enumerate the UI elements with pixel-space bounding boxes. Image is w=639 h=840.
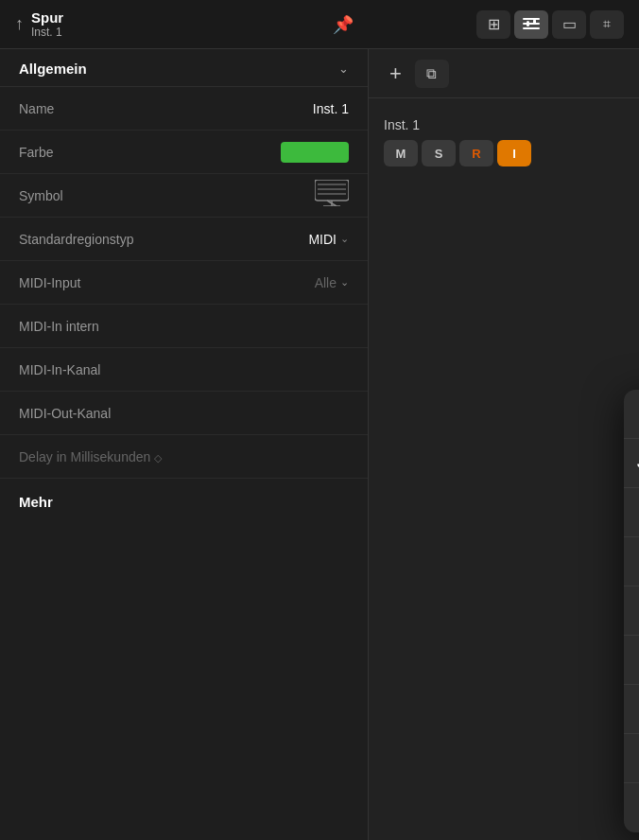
svg-rect-4: [533, 19, 536, 25]
color-swatch[interactable]: [281, 142, 349, 163]
dropdown-item-alle[interactable]: ✓ Alle: [624, 439, 639, 488]
dropdown-item-aus[interactable]: Aus: [624, 390, 639, 439]
checkmark-icon: ✓: [631, 455, 639, 472]
midi-input-stepper: ⌄: [340, 276, 349, 289]
svg-rect-2: [523, 27, 540, 29]
stepper-arrows: ⌄: [340, 233, 349, 245]
toolbar-rect-button[interactable]: ▭: [552, 10, 586, 39]
section-title: Allgemein: [19, 61, 87, 77]
right-top-bar: + ⧉: [369, 49, 639, 98]
section-header: Allgemein ⌄: [0, 49, 368, 87]
track-name: Spur: [31, 9, 63, 26]
standardregionstyp-value[interactable]: MIDI ⌄: [308, 232, 349, 247]
solo-button[interactable]: S: [422, 140, 456, 166]
mute-button[interactable]: M: [384, 140, 418, 166]
midi-out-kanal-label: MIDI-Out-Kanal: [19, 406, 111, 421]
toolbar-grid-button[interactable]: ⊞: [476, 10, 510, 39]
dropdown-item-spieloberflaeche[interactable]: Spieloberfläche: [624, 488, 639, 537]
dropdown-item-moog[interactable]: Moog Sub 37: [624, 636, 639, 685]
panel-container: Allgemein ⌄ Name Inst. 1 Farbe Symbol: [0, 49, 639, 840]
property-standardregionstyp: Standardregionstyp MIDI ⌄: [0, 218, 368, 261]
track-up-icon: ↑: [15, 14, 24, 34]
pin-icon[interactable]: 📌: [333, 14, 354, 35]
track-buttons: M S R I: [384, 140, 624, 166]
name-label: Name: [19, 101, 54, 116]
property-farbe: Farbe: [0, 131, 368, 174]
track-info: Spur Inst. 1: [31, 9, 63, 39]
svg-rect-1: [523, 23, 540, 25]
name-value: Inst. 1: [313, 101, 349, 116]
dropdown-item-xkey[interactable]: Xkey Air 25 BLE Bluetooth: [624, 586, 639, 636]
dropdown-item-bluetooth[interactable]: Bluetooth-MIDI-Geräte ...: [624, 783, 639, 832]
top-bar-left: ↑ Spur Inst. 1 📌: [0, 9, 369, 39]
add-button[interactable]: +: [384, 61, 407, 86]
midi-in-kanal-label: MIDI-In-Kanal: [19, 362, 100, 377]
dropdown-item-network-session[interactable]: Network Session 1: [624, 537, 639, 586]
svg-rect-5: [315, 180, 349, 201]
copy-button[interactable]: ⧉: [415, 60, 449, 88]
property-name: Name Inst. 1: [0, 87, 368, 131]
toolbar-mixer-button[interactable]: [514, 10, 548, 39]
input-button[interactable]: I: [497, 140, 531, 166]
top-bar-right: ⊞ ▭ ⌗: [369, 10, 639, 39]
property-symbol: Symbol: [0, 174, 368, 218]
symbol-value[interactable]: [315, 180, 349, 211]
svg-rect-0: [523, 18, 540, 20]
left-panel: Allgemein ⌄ Name Inst. 1 Farbe Symbol: [0, 49, 369, 840]
symbol-label: Symbol: [19, 188, 63, 203]
farbe-label: Farbe: [19, 145, 54, 160]
property-midi-in-kanal: MIDI-In-Kanal: [0, 348, 368, 392]
section-footer: Mehr: [0, 479, 368, 526]
svg-rect-3: [527, 21, 529, 26]
delay-label: Delay in Millisekunden ◇: [19, 449, 162, 464]
property-midi-input: MIDI-Input Alle ⌄: [0, 261, 368, 305]
track-inst: Inst. 1: [31, 26, 63, 39]
dropdown-menu: Aus ✓ Alle Spieloberfläche Network Sessi…: [624, 390, 639, 832]
mehr-label[interactable]: Mehr: [19, 494, 53, 510]
toolbar-key-button[interactable]: ⌗: [590, 10, 624, 39]
property-midi-in-intern: MIDI-In intern: [0, 305, 368, 348]
section-chevron: ⌄: [338, 61, 349, 76]
dropdown-item-model-d[interactable]: Model D: [624, 685, 639, 734]
track-header-area: Inst. 1 M S R I: [369, 98, 639, 166]
record-button[interactable]: R: [459, 140, 493, 166]
midi-in-intern-label: MIDI-In intern: [19, 319, 99, 334]
property-delay: Delay in Millisekunden ◇: [0, 435, 368, 479]
midi-input-label: MIDI-Input: [19, 275, 80, 290]
property-midi-out-kanal: MIDI-Out-Kanal: [0, 392, 368, 435]
midi-input-value[interactable]: Alle ⌄: [315, 275, 349, 290]
top-bar: ↑ Spur Inst. 1 📌 ⊞ ▭ ⌗: [0, 0, 639, 49]
dropdown-item-logic-pro[interactable]: Logic Pro – virtueller Eingang: [624, 734, 639, 783]
right-panel: + ⧉ Inst. 1 M S R I Aus ✓ Alle Spielober…: [369, 49, 639, 840]
track-label: Inst. 1: [384, 117, 624, 132]
standardregionstyp-label: Standardregionstyp: [19, 232, 133, 247]
